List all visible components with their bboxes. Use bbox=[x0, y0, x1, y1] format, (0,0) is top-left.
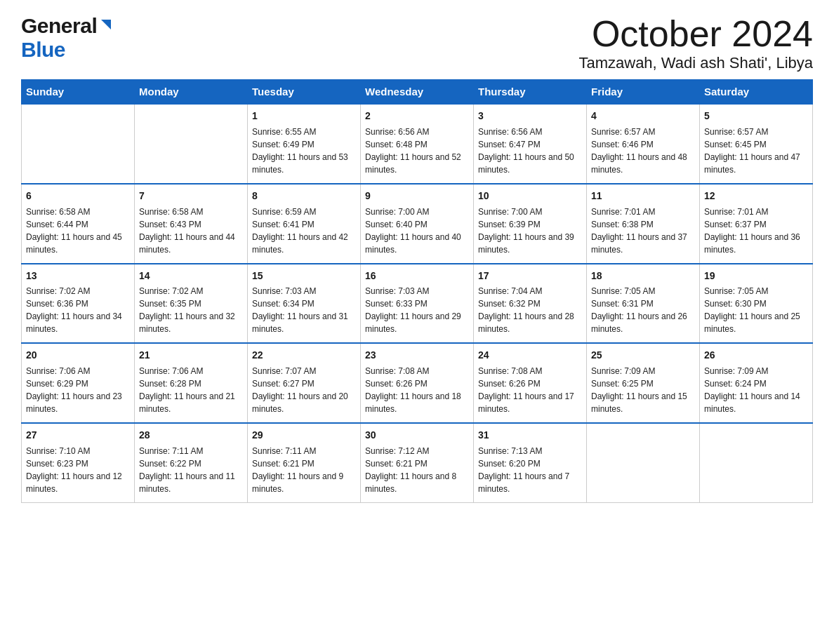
day-number: 4 bbox=[591, 109, 695, 124]
calendar-cell bbox=[22, 104, 135, 184]
day-number: 22 bbox=[252, 348, 356, 363]
day-number: 17 bbox=[478, 269, 582, 284]
calendar-cell: 22Sunrise: 7:07 AMSunset: 6:27 PMDayligh… bbox=[248, 343, 361, 423]
title-section: October 2024 Tamzawah, Wadi ash Shati', … bbox=[578, 14, 813, 72]
day-info: Sunrise: 7:02 AMSunset: 6:36 PMDaylight:… bbox=[26, 285, 130, 335]
calendar-cell: 31Sunrise: 7:13 AMSunset: 6:20 PMDayligh… bbox=[474, 423, 587, 502]
calendar-cell: 28Sunrise: 7:11 AMSunset: 6:22 PMDayligh… bbox=[135, 423, 248, 502]
day-info: Sunrise: 7:08 AMSunset: 6:26 PMDaylight:… bbox=[478, 365, 582, 415]
day-info: Sunrise: 7:02 AMSunset: 6:35 PMDaylight:… bbox=[139, 285, 243, 335]
calendar-cell: 17Sunrise: 7:04 AMSunset: 6:32 PMDayligh… bbox=[474, 264, 587, 344]
calendar-cell: 14Sunrise: 7:02 AMSunset: 6:35 PMDayligh… bbox=[135, 264, 248, 344]
day-number: 16 bbox=[365, 269, 469, 284]
day-info: Sunrise: 7:11 AMSunset: 6:22 PMDaylight:… bbox=[139, 445, 243, 495]
calendar-cell: 16Sunrise: 7:03 AMSunset: 6:33 PMDayligh… bbox=[361, 264, 474, 344]
calendar-cell: 24Sunrise: 7:08 AMSunset: 6:26 PMDayligh… bbox=[474, 343, 587, 423]
day-info: Sunrise: 6:56 AMSunset: 6:48 PMDaylight:… bbox=[365, 126, 469, 176]
calendar-cell: 29Sunrise: 7:11 AMSunset: 6:21 PMDayligh… bbox=[248, 423, 361, 502]
day-info: Sunrise: 7:01 AMSunset: 6:37 PMDaylight:… bbox=[704, 206, 808, 256]
day-info: Sunrise: 7:00 AMSunset: 6:40 PMDaylight:… bbox=[365, 206, 469, 256]
day-number: 27 bbox=[26, 428, 130, 443]
calendar-cell: 8Sunrise: 6:59 AMSunset: 6:41 PMDaylight… bbox=[248, 184, 361, 264]
calendar-cell: 2Sunrise: 6:56 AMSunset: 6:48 PMDaylight… bbox=[361, 104, 474, 184]
day-number: 5 bbox=[704, 109, 808, 124]
day-info: Sunrise: 7:12 AMSunset: 6:21 PMDaylight:… bbox=[365, 445, 469, 495]
calendar-table: SundayMondayTuesdayWednesdayThursdayFrid… bbox=[21, 79, 813, 502]
day-number: 11 bbox=[591, 189, 695, 204]
calendar-week-2: 6Sunrise: 6:58 AMSunset: 6:44 PMDaylight… bbox=[22, 184, 813, 264]
calendar-cell: 21Sunrise: 7:06 AMSunset: 6:28 PMDayligh… bbox=[135, 343, 248, 423]
day-info: Sunrise: 7:08 AMSunset: 6:26 PMDaylight:… bbox=[365, 365, 469, 415]
day-number: 28 bbox=[139, 428, 243, 443]
day-number: 30 bbox=[365, 428, 469, 443]
day-number: 13 bbox=[26, 269, 130, 284]
day-number: 26 bbox=[704, 348, 808, 363]
calendar-cell: 27Sunrise: 7:10 AMSunset: 6:23 PMDayligh… bbox=[22, 423, 135, 502]
day-info: Sunrise: 7:10 AMSunset: 6:23 PMDaylight:… bbox=[26, 445, 130, 495]
day-info: Sunrise: 6:57 AMSunset: 6:45 PMDaylight:… bbox=[704, 126, 808, 176]
calendar-cell: 23Sunrise: 7:08 AMSunset: 6:26 PMDayligh… bbox=[361, 343, 474, 423]
calendar-cell bbox=[700, 423, 813, 502]
weekday-header-saturday: Saturday bbox=[700, 80, 813, 105]
day-number: 24 bbox=[478, 348, 582, 363]
day-info: Sunrise: 7:05 AMSunset: 6:31 PMDaylight:… bbox=[591, 285, 695, 335]
calendar-cell: 11Sunrise: 7:01 AMSunset: 6:38 PMDayligh… bbox=[587, 184, 700, 264]
logo-general-text: General bbox=[21, 14, 97, 38]
month-title: October 2024 bbox=[578, 14, 813, 54]
day-info: Sunrise: 6:57 AMSunset: 6:46 PMDaylight:… bbox=[591, 126, 695, 176]
day-number: 8 bbox=[252, 189, 356, 204]
day-number: 18 bbox=[591, 269, 695, 284]
day-number: 25 bbox=[591, 348, 695, 363]
day-number: 12 bbox=[704, 189, 808, 204]
day-number: 6 bbox=[26, 189, 130, 204]
day-number: 23 bbox=[365, 348, 469, 363]
calendar-week-1: 1Sunrise: 6:55 AMSunset: 6:49 PMDaylight… bbox=[22, 104, 813, 184]
calendar-cell: 1Sunrise: 6:55 AMSunset: 6:49 PMDaylight… bbox=[248, 104, 361, 184]
calendar-cell: 26Sunrise: 7:09 AMSunset: 6:24 PMDayligh… bbox=[700, 343, 813, 423]
logo-blue-text: Blue bbox=[21, 38, 65, 61]
calendar-cell: 15Sunrise: 7:03 AMSunset: 6:34 PMDayligh… bbox=[248, 264, 361, 344]
day-number: 1 bbox=[252, 109, 356, 124]
day-number: 10 bbox=[478, 189, 582, 204]
calendar-cell: 13Sunrise: 7:02 AMSunset: 6:36 PMDayligh… bbox=[22, 264, 135, 344]
day-info: Sunrise: 6:58 AMSunset: 6:44 PMDaylight:… bbox=[26, 206, 130, 256]
day-info: Sunrise: 7:03 AMSunset: 6:34 PMDaylight:… bbox=[252, 285, 356, 335]
calendar-cell: 4Sunrise: 6:57 AMSunset: 6:46 PMDaylight… bbox=[587, 104, 700, 184]
calendar-cell bbox=[135, 104, 248, 184]
weekday-header-sunday: Sunday bbox=[22, 80, 135, 105]
weekday-header-row: SundayMondayTuesdayWednesdayThursdayFrid… bbox=[22, 80, 813, 105]
weekday-header-monday: Monday bbox=[135, 80, 248, 105]
day-info: Sunrise: 7:11 AMSunset: 6:21 PMDaylight:… bbox=[252, 445, 356, 495]
calendar-week-3: 13Sunrise: 7:02 AMSunset: 6:36 PMDayligh… bbox=[22, 264, 813, 344]
day-number: 14 bbox=[139, 269, 243, 284]
calendar-cell: 19Sunrise: 7:05 AMSunset: 6:30 PMDayligh… bbox=[700, 264, 813, 344]
header: General Blue October 2024 Tamzawah, Wadi… bbox=[21, 14, 813, 72]
calendar-week-4: 20Sunrise: 7:06 AMSunset: 6:29 PMDayligh… bbox=[22, 343, 813, 423]
calendar-cell: 18Sunrise: 7:05 AMSunset: 6:31 PMDayligh… bbox=[587, 264, 700, 344]
day-info: Sunrise: 7:06 AMSunset: 6:29 PMDaylight:… bbox=[26, 365, 130, 415]
day-number: 15 bbox=[252, 269, 356, 284]
weekday-header-thursday: Thursday bbox=[474, 80, 587, 105]
day-info: Sunrise: 7:09 AMSunset: 6:24 PMDaylight:… bbox=[704, 365, 808, 415]
day-info: Sunrise: 6:56 AMSunset: 6:47 PMDaylight:… bbox=[478, 126, 582, 176]
calendar-cell bbox=[587, 423, 700, 502]
location-title: Tamzawah, Wadi ash Shati', Libya bbox=[578, 54, 813, 72]
day-info: Sunrise: 6:59 AMSunset: 6:41 PMDaylight:… bbox=[252, 206, 356, 256]
logo: General Blue bbox=[21, 14, 114, 62]
day-info: Sunrise: 6:55 AMSunset: 6:49 PMDaylight:… bbox=[252, 126, 356, 176]
day-info: Sunrise: 7:04 AMSunset: 6:32 PMDaylight:… bbox=[478, 285, 582, 335]
day-info: Sunrise: 7:13 AMSunset: 6:20 PMDaylight:… bbox=[478, 445, 582, 495]
calendar-cell: 6Sunrise: 6:58 AMSunset: 6:44 PMDaylight… bbox=[22, 184, 135, 264]
day-number: 29 bbox=[252, 428, 356, 443]
day-info: Sunrise: 7:07 AMSunset: 6:27 PMDaylight:… bbox=[252, 365, 356, 415]
day-number: 2 bbox=[365, 109, 469, 124]
day-number: 7 bbox=[139, 189, 243, 204]
day-info: Sunrise: 7:03 AMSunset: 6:33 PMDaylight:… bbox=[365, 285, 469, 335]
day-number: 9 bbox=[365, 189, 469, 204]
weekday-header-friday: Friday bbox=[587, 80, 700, 105]
weekday-header-tuesday: Tuesday bbox=[248, 80, 361, 105]
day-number: 20 bbox=[26, 348, 130, 363]
day-info: Sunrise: 6:58 AMSunset: 6:43 PMDaylight:… bbox=[139, 206, 243, 256]
day-number: 19 bbox=[704, 269, 808, 284]
day-info: Sunrise: 7:00 AMSunset: 6:39 PMDaylight:… bbox=[478, 206, 582, 256]
